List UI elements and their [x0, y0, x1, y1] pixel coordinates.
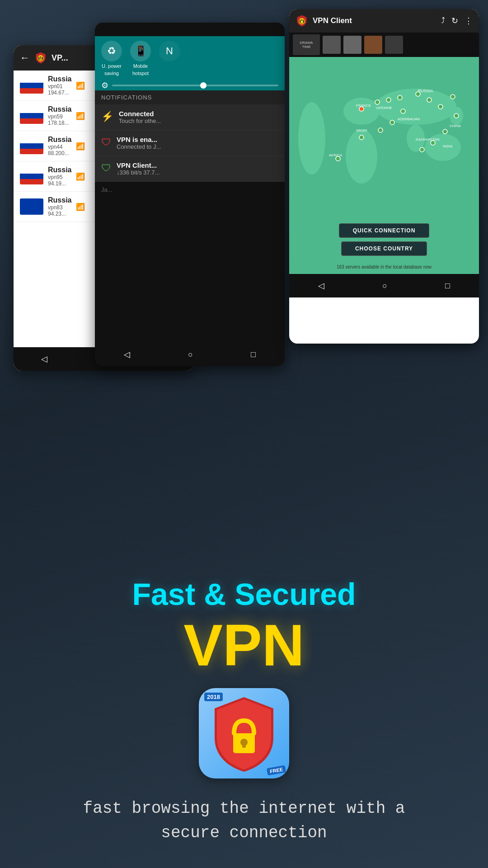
right-phone-navbar: ◁ ○ □ — [289, 274, 479, 297]
svg-text:CHINA: CHINA — [450, 124, 461, 128]
back-nav-icon: ◁ — [124, 349, 130, 359]
server-info: Russia vpn59 178.18... — [48, 105, 71, 126]
back-nav-icon: ◁ — [318, 281, 324, 291]
russia-flag — [20, 198, 43, 215]
svg-point-21 — [454, 113, 459, 118]
phone-mid-screenshot: ♻ U. power saving 📱 Mobile hotspot N ⚙ N… — [95, 23, 285, 366]
back-nav-icon: ◁ — [41, 354, 47, 364]
status-bar — [95, 23, 285, 36]
notifications-header: NOTIFICATIONS — [95, 90, 285, 104]
svg-point-16 — [398, 95, 402, 100]
svg-point-19 — [438, 104, 443, 109]
svg-text:UKRAINE: UKRAINE — [376, 106, 392, 110]
svg-text:RUSSIA: RUSSIA — [418, 89, 433, 93]
bottom-section: Fast & Secured VPN 2018 FREE fast browsi… — [0, 416, 488, 868]
home-nav-icon: ○ — [188, 350, 193, 359]
hotspot-icon: 📱 Mobile hotspot — [130, 41, 151, 76]
right-phone-header: VPN Client ⤴ ↻ ⋮ — [289, 9, 479, 33]
notification-usb: ⚡ Connected Touch for othe... — [95, 104, 285, 130]
notif-content: Connected Touch for othe... — [119, 110, 161, 124]
svg-point-25 — [401, 109, 405, 113]
russia-flag — [20, 168, 43, 184]
power-saving-icon: ♻ U. power saving — [101, 41, 122, 76]
russia-flag — [20, 138, 43, 154]
tagline-fast-secured: Fast & Secured — [132, 577, 356, 611]
shield-icon — [34, 52, 47, 64]
mid-phone-navbar: ◁ ○ □ — [95, 343, 285, 366]
svg-point-22 — [443, 129, 447, 134]
media-thumb — [364, 36, 382, 54]
notif-content: VPN Client... ↓336 bit/s 37.7... — [117, 161, 160, 176]
servers-info-text: 163 servers available in the local datab… — [289, 264, 479, 269]
media-thumb — [323, 36, 341, 54]
server-info: Russia vpn44 88.200... — [48, 136, 71, 156]
brightness-icon: ⚙ — [101, 80, 108, 90]
header-icons: ⤴ ↻ ⋮ — [441, 16, 473, 26]
server-info: Russia vpn01 194.67... — [48, 75, 71, 96]
signal-icon: 📶 — [76, 142, 85, 151]
mid-footer-text: Ja... — [95, 182, 285, 198]
refresh-icon: ↻ — [451, 16, 458, 26]
large-shield-svg — [199, 688, 289, 778]
home-nav-icon: ○ — [382, 281, 387, 291]
svg-point-20 — [450, 94, 455, 99]
quick-settings-panel: ♻ U. power saving 📱 Mobile hotspot N ⚙ — [95, 36, 285, 90]
back-arrow-icon: ← — [20, 52, 30, 64]
svg-rect-41 — [242, 741, 246, 748]
server-info: Russia vpn83 94.23... — [48, 196, 71, 217]
signal-icon: 📶 — [76, 172, 85, 181]
vpn-map: RUSSIA KAZAKHSTAN AZERBAIJAN SAUDI AFRIC… — [289, 57, 479, 274]
svg-rect-4 — [300, 20, 303, 23]
vpn-green-shield-icon: 🛡 — [101, 162, 111, 174]
notification-vpn-client: 🛡 VPN Client... ↓336 bit/s 37.7... — [95, 156, 285, 182]
usb-icon: ⚡ — [101, 111, 113, 123]
server-info: Russia vpn95 94.19... — [48, 166, 71, 187]
svg-point-14 — [375, 100, 380, 104]
svg-text:AFRICA: AFRICA — [329, 153, 343, 157]
recents-nav-icon: □ — [251, 350, 256, 359]
signal-icon: 📶 — [76, 203, 85, 211]
extra-qs-icon: N — [159, 41, 180, 61]
map-buttons: QUICK CONNECTION CHOOSE COUNTRY — [289, 223, 479, 256]
svg-text:KAZAKHSTAN: KAZAKHSTAN — [416, 137, 440, 142]
phone-right-screenshot: VPN Client ⤴ ↻ ⋮ DRAMATIME — [289, 9, 479, 344]
tagline-vpn: VPN — [183, 616, 304, 675]
svg-point-27 — [378, 128, 383, 132]
share-icon: ⤴ — [441, 16, 445, 26]
recents-nav-icon: □ — [445, 281, 450, 291]
signal-icon: 📶 — [76, 81, 85, 90]
left-phone-title: VP... — [52, 53, 68, 63]
media-bar: DRAMATIME — [289, 33, 479, 57]
svg-point-28 — [359, 135, 364, 140]
svg-text:FRANCE: FRANCE — [356, 104, 371, 108]
quick-connection-button[interactable]: QUICK CONNECTION — [339, 223, 430, 238]
signal-icon: 📶 — [76, 112, 85, 120]
right-phone-title: VPN Client — [313, 16, 436, 25]
svg-point-15 — [386, 98, 391, 102]
vpn-shield-icon: 🛡 — [101, 137, 111, 148]
more-icon: ⋮ — [465, 16, 473, 26]
app-icon-large: 2018 FREE — [199, 688, 289, 778]
svg-text:INDIA: INDIA — [443, 144, 453, 148]
bottom-description: fast browsing the internet with asecure … — [83, 797, 405, 845]
media-thumb-main: DRAMATIME — [293, 34, 320, 55]
choose-country-button[interactable]: CHOOSE COUNTRY — [341, 241, 427, 256]
svg-point-24 — [420, 147, 424, 152]
brightness-track — [112, 85, 278, 86]
notification-vpn-enabled: 🛡 VPN is ena... Connected to J... — [95, 130, 285, 156]
media-thumb — [343, 36, 361, 54]
brightness-thumb — [200, 82, 206, 89]
svg-point-18 — [427, 98, 432, 102]
svg-text:AZERBAIJAN: AZERBAIJAN — [398, 117, 420, 121]
svg-point-9 — [298, 102, 325, 175]
russia-flag — [20, 108, 43, 124]
russia-flag — [20, 77, 43, 94]
media-thumb — [385, 36, 403, 54]
svg-point-26 — [390, 120, 394, 125]
svg-point-2 — [40, 58, 42, 59]
app-shield-icon — [296, 14, 308, 27]
svg-text:SAUDI: SAUDI — [356, 128, 367, 132]
notif-content: VPN is ena... Connected to J... — [117, 136, 161, 150]
